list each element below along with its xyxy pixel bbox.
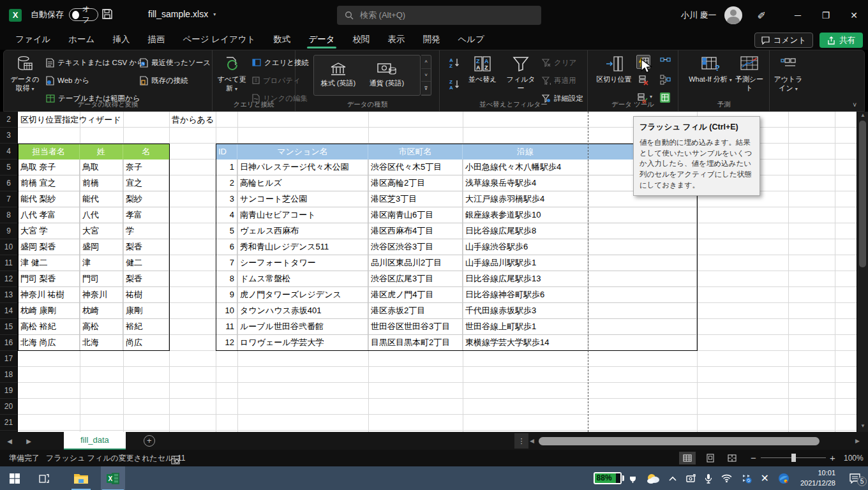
cell[interactable]: 港区南青山6丁目	[368, 207, 463, 223]
cell[interactable]: ドムス常盤松	[237, 271, 368, 287]
restore-button[interactable]: ❐	[812, 0, 840, 31]
start-button[interactable]	[6, 470, 23, 487]
sort-ascending-button[interactable]: AZ	[447, 56, 461, 70]
ribbon-tab-描画[interactable]: 描画	[138, 31, 174, 50]
collapse-ribbon-icon[interactable]: ˅	[853, 101, 857, 108]
row-header-17[interactable]: 17	[0, 351, 17, 367]
cell[interactable]: 8	[216, 271, 237, 287]
consolidate-button[interactable]	[658, 55, 672, 69]
horizontal-scrollbar[interactable]: ◀ ▶	[530, 433, 864, 449]
cell[interactable]: 港区西麻布4丁目	[368, 223, 463, 239]
user-name[interactable]: 小川 慶一	[681, 10, 717, 21]
cell[interactable]: 盛岡 梨香	[18, 239, 80, 255]
cell[interactable]	[588, 255, 697, 271]
relationships-button[interactable]	[658, 73, 672, 87]
cell[interactable]: 渋谷区代々木5丁目	[368, 160, 463, 175]
cell[interactable]: 前橋 宜之	[18, 175, 80, 191]
zoom-out-button[interactable]: −	[751, 450, 756, 466]
left-table-row[interactable]: 盛岡 梨香盛岡梨香	[18, 239, 169, 255]
right-table-row[interactable]: 6秀和青山レジデンス511渋谷区渋谷3丁目山手線渋谷駅歩6	[216, 239, 697, 255]
left-table-header[interactable]: 担当者名 姓 名	[18, 144, 169, 160]
cell-d2[interactable]: 昔からある	[172, 112, 214, 128]
cell[interactable]: 2	[216, 175, 237, 191]
cell[interactable]: 祐樹	[123, 287, 169, 303]
excel-taskbar-button[interactable]: X	[105, 470, 121, 487]
ribbon-tab-ヘルプ[interactable]: ヘルプ	[449, 31, 493, 50]
cell[interactable]: 鳥取 奈子	[18, 160, 80, 175]
cell[interactable]: 康剛	[123, 303, 169, 319]
right-table-row[interactable]: 9虎ノ門タワーズレジデンス港区虎ノ門4丁目日比谷線神谷町駅歩6	[216, 287, 697, 303]
cell[interactable]: 12	[216, 335, 237, 351]
cell[interactable]: 津 健二	[18, 255, 80, 271]
ribbon-tab-校閲[interactable]: 校閲	[344, 31, 379, 50]
right-table-row[interactable]: 11ルーブル世田谷弐番館世田谷区世田谷3丁目世田谷線上町駅歩1	[216, 319, 697, 335]
cell[interactable]: 港区高輪2丁目	[368, 175, 463, 191]
row-header-20[interactable]: 20	[0, 399, 17, 415]
right-table-header[interactable]: ID マンション名 市区町名 沿線 区	[216, 144, 697, 160]
header-mansion[interactable]: マンション名	[237, 144, 368, 160]
battery-indicator[interactable]: 88%	[594, 472, 624, 484]
scroll-right-icon[interactable]: ▶	[855, 438, 864, 444]
cell[interactable]	[588, 223, 697, 239]
gallery-up-icon[interactable]: ˄	[421, 56, 431, 69]
left-table-row[interactable]: 前橋 宜之前橋宜之	[18, 175, 169, 191]
refresh-all-button[interactable]: すべて更新 ▾	[214, 54, 249, 93]
left-table-row[interactable]: 鳥取 奈子鳥取奈子	[18, 160, 169, 175]
right-table-row[interactable]: 10タウンハウス赤坂401港区赤坂2丁目千代田線赤坂駅歩3	[216, 303, 697, 319]
file-explorer-button[interactable]	[73, 470, 89, 487]
autosave-toggle[interactable]: オフ	[69, 8, 98, 21]
cell[interactable]: 高松 裕紀	[18, 319, 80, 335]
cell[interactable]: 前橋	[80, 175, 123, 191]
outline-button[interactable]: アウトライン ▾	[771, 54, 805, 93]
row-header-8[interactable]: 8	[0, 207, 17, 223]
right-table-row[interactable]: 7シーフォートタワー品川区東品川2丁目山手線品川駅駅歩1	[216, 255, 697, 271]
row-header-6[interactable]: 6	[0, 175, 17, 191]
cell[interactable]: 高松	[80, 319, 123, 335]
cell[interactable]: 盛岡	[80, 239, 123, 255]
cell[interactable]: 世田谷線上町駅歩1	[463, 319, 588, 335]
gallery-down-icon[interactable]: ˅	[421, 69, 431, 82]
weather-icon[interactable]	[646, 473, 660, 484]
gallery-more-icon[interactable]: ⊽	[421, 82, 431, 95]
task-view-button[interactable]	[36, 470, 52, 487]
cell[interactable]: 5	[216, 223, 237, 239]
sort-button[interactable]: ZAAZ 並べ替え	[465, 54, 500, 84]
zoom-slider-thumb[interactable]	[791, 454, 796, 462]
cell[interactable]: 北海	[80, 335, 123, 351]
cell[interactable]: ロワヴェール学芸大学	[237, 335, 368, 351]
cell[interactable]: 梨香	[123, 271, 169, 287]
currency-button[interactable]: 通貨 (英語)	[363, 56, 411, 95]
cell[interactable]: 鳥取	[80, 160, 123, 175]
cell[interactable]: 日比谷線神谷町駅歩6	[463, 287, 588, 303]
row-header-9[interactable]: 9	[0, 223, 17, 239]
comments-button[interactable]: コメント	[754, 33, 813, 48]
browser-sphere-icon[interactable]	[778, 473, 789, 484]
notification-center-button[interactable]: 5	[849, 473, 860, 484]
right-table-row[interactable]: 4南青山セビアコート港区南青山6丁目銀座線表参道駅歩10	[216, 207, 697, 223]
cell[interactable]: 世田谷区世田谷3丁目	[368, 319, 463, 335]
zoom-in-button[interactable]: +	[830, 450, 835, 466]
row-header-18[interactable]: 18	[0, 367, 17, 383]
left-table-row[interactable]: 津 健二津健二	[18, 255, 169, 271]
filter-button[interactable]: フィルター	[504, 54, 538, 93]
new-sheet-icon[interactable]: +	[144, 435, 155, 447]
existing-connections-button[interactable]: 既存の接続	[140, 73, 188, 87]
right-table-row[interactable]: 8ドムス常盤松渋谷区広尾3丁目日比谷線広尾駅歩13	[216, 271, 697, 287]
right-table-row[interactable]: 1日神パレステージ代々木公園渋谷区代々木5丁目小田急線代々木八幡駅歩4	[216, 160, 697, 175]
page-break-view-button[interactable]	[724, 452, 740, 464]
left-table-row[interactable]: 門司 梨香門司梨香	[18, 271, 169, 287]
cell[interactable]: 梨香	[123, 239, 169, 255]
row-header-15[interactable]: 15	[0, 319, 17, 335]
ribbon-tab-ホーム[interactable]: ホーム	[59, 31, 103, 50]
horizontal-scrollbar-thumb[interactable]	[539, 437, 819, 445]
close-button[interactable]: ✕	[840, 0, 868, 31]
cell[interactable]: 奈子	[123, 160, 169, 175]
cell[interactable]: サンコート芝公園	[237, 191, 368, 207]
row-header-12[interactable]: 12	[0, 271, 17, 287]
cell[interactable]: 八代	[80, 207, 123, 223]
ribbon-tab-挿入[interactable]: 挿入	[103, 31, 138, 50]
ribbon-tab-表示[interactable]: 表示	[379, 31, 414, 50]
header-firstname[interactable]: 名	[123, 144, 169, 160]
cell[interactable]: タウンハウス赤坂401	[237, 303, 368, 319]
cell[interactable]: 小田急線代々木八幡駅歩4	[463, 160, 588, 175]
